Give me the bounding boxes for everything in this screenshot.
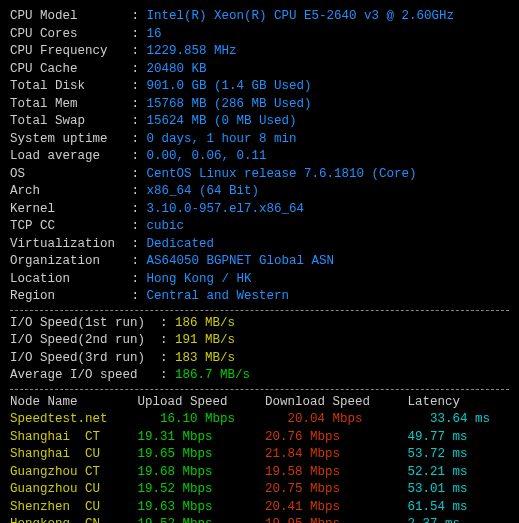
colon: : [124, 219, 147, 233]
spec-row: CPU Model : Intel(R) Xeon(R) CPU E5-2640… [10, 8, 509, 26]
io-label: I/O Speed(1st run) [10, 316, 160, 330]
speedtest-row: Speedtest.net 16.10 Mbps 20.04 Mbps 33.6… [10, 411, 509, 429]
colon: : [124, 254, 147, 268]
spec-value: cubic [147, 219, 185, 233]
io-speed-section: I/O Speed(1st run) : 186 MB/sI/O Speed(2… [10, 315, 509, 385]
latency: 53.01 ms [408, 482, 468, 496]
spec-label: CPU Frequency [10, 43, 124, 61]
node-name: Speedtest.net [10, 412, 160, 426]
io-value: 183 MB/s [175, 351, 235, 365]
spec-label: Total Mem [10, 96, 124, 114]
spec-value: 20480 KB [147, 62, 207, 76]
spec-value: 15768 MB (286 MB Used) [147, 97, 312, 111]
colon: : [160, 316, 175, 330]
spec-value: 901.0 GB (1.4 GB Used) [147, 79, 312, 93]
speedtest-row: Hongkong CN 19.52 Mbps 19.95 Mbps 2.37 m… [10, 516, 509, 523]
colon: : [124, 79, 147, 93]
colon: : [124, 27, 147, 41]
colon: : [124, 272, 147, 286]
spec-label: Virtualization [10, 236, 124, 254]
spec-label: Total Disk [10, 78, 124, 96]
spec-label: TCP CC [10, 218, 124, 236]
spec-row: Virtualization : Dedicated [10, 236, 509, 254]
colon: : [124, 202, 147, 216]
spec-label: System uptime [10, 131, 124, 149]
speedtest-row: Guangzhou CU 19.52 Mbps 20.75 Mbps 53.01… [10, 481, 509, 499]
col-down: Download Speed [265, 395, 408, 409]
spec-row: System uptime : 0 days, 1 hour 8 min [10, 131, 509, 149]
spec-row: Total Disk : 901.0 GB (1.4 GB Used) [10, 78, 509, 96]
spec-value: 0 days, 1 hour 8 min [147, 132, 297, 146]
colon: : [160, 368, 175, 382]
io-label: Average I/O speed [10, 368, 160, 382]
spec-value: Intel(R) Xeon(R) CPU E5-2640 v3 @ 2.60GH… [147, 9, 455, 23]
latency: 53.72 ms [408, 447, 468, 461]
spec-row: OS : CentOS Linux release 7.6.1810 (Core… [10, 166, 509, 184]
spec-value: 16 [147, 27, 162, 41]
spec-row: CPU Cache : 20480 KB [10, 61, 509, 79]
node-name: Guangzhou CT [10, 465, 138, 479]
upload-speed: 19.52 Mbps [138, 517, 266, 523]
io-row: Average I/O speed : 186.7 MB/s [10, 367, 509, 385]
speedtest-row: Shenzhen CU 19.63 Mbps 20.41 Mbps 61.54 … [10, 499, 509, 517]
upload-speed: 19.68 Mbps [138, 465, 266, 479]
spec-label: Arch [10, 183, 124, 201]
spec-row: Arch : x86_64 (64 Bit) [10, 183, 509, 201]
colon: : [124, 62, 147, 76]
spec-label: Organization [10, 253, 124, 271]
spec-row: CPU Frequency : 1229.858 MHz [10, 43, 509, 61]
divider [10, 310, 509, 311]
colon: : [124, 167, 147, 181]
latency: 2.37 ms [408, 517, 461, 523]
download-speed: 20.76 Mbps [265, 430, 408, 444]
system-specs: CPU Model : Intel(R) Xeon(R) CPU E5-2640… [10, 8, 509, 306]
spec-label: CPU Model [10, 8, 124, 26]
spec-value: Dedicated [147, 237, 215, 251]
colon: : [124, 149, 147, 163]
colon: : [124, 132, 147, 146]
spec-label: Load average [10, 148, 124, 166]
spec-label: Total Swap [10, 113, 124, 131]
col-up: Upload Speed [138, 395, 266, 409]
upload-speed: 19.52 Mbps [138, 482, 266, 496]
col-lat: Latency [408, 395, 461, 409]
spec-value: 3.10.0-957.el7.x86_64 [147, 202, 305, 216]
spec-value: x86_64 (64 Bit) [147, 184, 260, 198]
spec-row: Organization : AS64050 BGPNET Global ASN [10, 253, 509, 271]
spec-label: Region [10, 288, 124, 306]
speedtest-header: Node Name Upload Speed Download Speed La… [10, 394, 509, 412]
spec-row: Region : Central and Western [10, 288, 509, 306]
speedtest-row: Guangzhou CT 19.68 Mbps 19.58 Mbps 52.21… [10, 464, 509, 482]
spec-row: Load average : 0.00, 0.06, 0.11 [10, 148, 509, 166]
colon: : [124, 97, 147, 111]
spec-row: Kernel : 3.10.0-957.el7.x86_64 [10, 201, 509, 219]
spec-label: CPU Cache [10, 61, 124, 79]
spec-value: 0.00, 0.06, 0.11 [147, 149, 267, 163]
spec-label: Location [10, 271, 124, 289]
colon: : [124, 237, 147, 251]
io-row: I/O Speed(2nd run) : 191 MB/s [10, 332, 509, 350]
spec-row: Total Swap : 15624 MB (0 MB Used) [10, 113, 509, 131]
upload-speed: 19.65 Mbps [138, 447, 266, 461]
speedtest-section: Node Name Upload Speed Download Speed La… [10, 394, 509, 524]
spec-value: AS64050 BGPNET Global ASN [147, 254, 335, 268]
node-name: Guangzhou CU [10, 482, 138, 496]
spec-value: Central and Western [147, 289, 290, 303]
spec-value: Hong Kong / HK [147, 272, 252, 286]
latency: 49.77 ms [408, 430, 468, 444]
speedtest-row: Shanghai CU 19.65 Mbps 21.84 Mbps 53.72 … [10, 446, 509, 464]
download-speed: 19.58 Mbps [265, 465, 408, 479]
node-name: Shanghai CU [10, 447, 138, 461]
colon: : [160, 333, 175, 347]
latency: 61.54 ms [408, 500, 468, 514]
colon: : [124, 44, 147, 58]
spec-row: Location : Hong Kong / HK [10, 271, 509, 289]
spec-value: 15624 MB (0 MB Used) [147, 114, 297, 128]
io-row: I/O Speed(3rd run) : 183 MB/s [10, 350, 509, 368]
upload-speed: 19.31 Mbps [138, 430, 266, 444]
spec-row: TCP CC : cubic [10, 218, 509, 236]
io-label: I/O Speed(2nd run) [10, 333, 160, 347]
upload-speed: 16.10 Mbps [160, 412, 288, 426]
download-speed: 21.84 Mbps [265, 447, 408, 461]
colon: : [124, 289, 147, 303]
